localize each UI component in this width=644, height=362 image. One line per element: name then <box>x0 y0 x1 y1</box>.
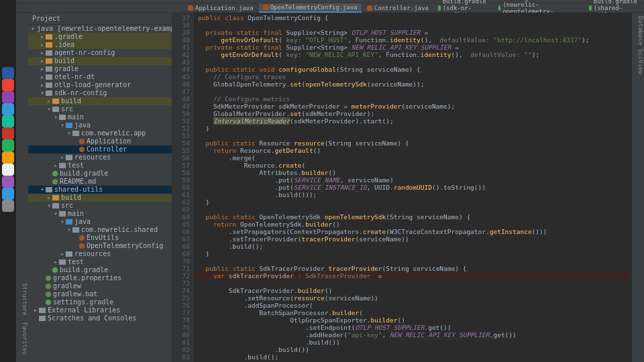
tree-item[interactable]: ▾java <box>28 121 172 129</box>
file-icon <box>79 235 85 241</box>
folder-icon <box>46 42 52 48</box>
file-icon <box>52 267 58 273</box>
tree-item[interactable]: Controller <box>28 145 172 154</box>
tree-label: gradlew.bat <box>53 290 97 298</box>
tree-label: test <box>68 162 84 170</box>
tree-item[interactable]: ▸build <box>28 97 172 105</box>
tool-favorites[interactable]: Favorites <box>16 322 28 355</box>
tree-item[interactable]: ▾java <box>28 218 172 226</box>
tree-item[interactable]: ▸otel-nr-dt <box>28 73 172 81</box>
file-icon <box>79 147 85 152</box>
folder-icon <box>59 115 66 120</box>
tree-label: OpenTelemetryConfig <box>87 242 163 250</box>
tree-item[interactable]: ▾sdk-nr-config <box>28 89 172 97</box>
tree-item[interactable]: gradlew <box>28 282 172 290</box>
folder-icon <box>52 107 59 112</box>
dock-app-icon[interactable] <box>2 127 14 139</box>
project-header[interactable]: Project <box>28 13 172 25</box>
tree-item[interactable]: ▸.idea <box>28 41 172 49</box>
file-icon <box>46 300 51 305</box>
tree-item[interactable]: gradlew.bat <box>28 290 172 298</box>
code-area[interactable]: public class OpenTelemetryConfig { priva… <box>194 13 632 362</box>
dock-app-icon[interactable] <box>2 139 14 152</box>
tree-item[interactable]: ▾java [newrelic-opentelemetry-examples-j… <box>28 25 172 33</box>
tree-label: Scratches and Consoles <box>48 314 136 322</box>
folder-icon <box>46 187 52 192</box>
tree-label: External Libraries <box>48 306 120 314</box>
dock-app-icon[interactable] <box>2 103 14 115</box>
tree-item[interactable]: Scratches and Consoles <box>28 314 172 322</box>
tool-sciview[interactable]: SciView <box>637 49 644 74</box>
tree-item[interactable]: ▸test <box>28 258 172 266</box>
tree-item[interactable]: build.gradle <box>28 266 172 274</box>
tree-item[interactable]: ▾main <box>28 210 172 218</box>
tree-item[interactable]: ▾main <box>28 113 172 121</box>
tree-item[interactable]: OpenTelemetryConfig <box>28 242 172 250</box>
file-icon <box>367 5 372 11</box>
left-tool-strip[interactable]: Structure Favorites <box>16 13 28 362</box>
dock-app-icon[interactable] <box>2 79 14 91</box>
tree-item[interactable]: EnvUtils <box>28 234 172 242</box>
tree-label: .gradle <box>54 33 83 41</box>
tree-item[interactable]: ▸External Libraries <box>28 306 172 314</box>
tree-item[interactable]: ▸build <box>28 57 172 65</box>
editor-tab[interactable]: Application.java <box>184 4 258 12</box>
file-icon <box>46 284 51 289</box>
tree-item[interactable]: ▸gradle <box>28 65 172 73</box>
tree-label: Application <box>87 137 131 145</box>
file-icon <box>52 179 58 184</box>
tree-item[interactable]: settings.gradle <box>28 298 172 306</box>
folder-icon <box>46 58 52 64</box>
dock-app-icon[interactable] <box>2 115 14 127</box>
dock-app-icon[interactable] <box>2 67 14 79</box>
editor-tab[interactable]: OpenTelemetryConfig.java <box>259 3 362 13</box>
tree-label: .idea <box>54 41 74 49</box>
tree-item[interactable]: ▸test <box>28 162 172 170</box>
tree-label: resources <box>74 154 111 162</box>
file-icon <box>188 5 193 11</box>
tree-label: src <box>61 105 73 113</box>
tree-label: java <box>74 121 91 129</box>
folder-icon <box>59 211 66 217</box>
folder-icon <box>52 203 59 208</box>
tree-label: README.md <box>60 178 96 186</box>
ide-window: Application.javaOpenTelemetryConfig.java… <box>16 0 644 362</box>
tree-label: java <box>74 218 91 226</box>
tool-database[interactable]: Database <box>637 16 644 45</box>
tree-item[interactable]: ▸agent-nr-config <box>28 49 172 57</box>
tree-item[interactable]: ▾src <box>28 105 172 113</box>
folder-icon <box>66 155 72 160</box>
tree-item[interactable]: ▾com.newrelic.shared <box>28 226 172 234</box>
project-tree[interactable]: ▾java [newrelic-opentelemetry-examples-j… <box>28 25 172 362</box>
dock-app-icon[interactable] <box>2 188 14 200</box>
tree-item[interactable]: build.gradle <box>28 170 172 178</box>
dock-app-icon[interactable] <box>2 200 14 212</box>
file-icon <box>438 5 441 11</box>
tree-label: EnvUtils <box>87 234 119 242</box>
tree-item[interactable]: ▸resources <box>28 154 172 162</box>
dock-app-icon[interactable] <box>2 91 14 103</box>
tree-item[interactable]: README.md <box>28 178 172 186</box>
tree-item[interactable]: ▸otlp-load-generator <box>28 81 172 89</box>
tree-item[interactable]: ▸build <box>28 194 172 202</box>
dock-app-icon[interactable] <box>2 152 14 164</box>
right-tool-strip[interactable]: Database SciView <box>632 13 644 362</box>
tree-item[interactable]: ▸resources <box>28 250 172 258</box>
tree-label: shared-utils <box>54 186 103 194</box>
file-icon <box>79 243 85 249</box>
folder-icon <box>66 123 72 128</box>
tree-item[interactable]: ▾shared-utils <box>28 186 172 194</box>
folder-icon <box>72 131 79 136</box>
tree-item[interactable]: ▾src <box>28 202 172 210</box>
tree-item[interactable]: Application <box>28 137 172 145</box>
editor-tab[interactable]: Controller.java <box>363 4 433 12</box>
folder-icon <box>66 219 72 225</box>
tree-item[interactable]: ▸.gradle <box>28 33 172 41</box>
tool-structure[interactable]: Structure <box>16 283 28 316</box>
folder-icon <box>59 259 66 265</box>
dock-app-icon[interactable] <box>2 164 14 176</box>
dock-app-icon[interactable] <box>2 176 14 188</box>
tree-item[interactable]: ▾com.newrelic.app <box>28 129 172 137</box>
code-editor[interactable]: 37 38 39 40 41 42 43 44 45 46 47 48 49 5… <box>172 13 632 362</box>
tree-item[interactable]: gradle.properties <box>28 274 172 282</box>
